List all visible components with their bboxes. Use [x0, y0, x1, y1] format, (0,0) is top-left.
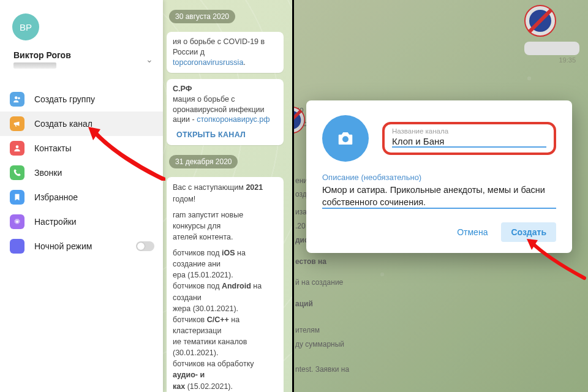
- group-icon: [10, 92, 24, 107]
- create-channel-dialog: Название канала Описание (необязательно)…: [306, 100, 572, 253]
- dialog-actions: Отмена Создать: [322, 222, 556, 242]
- menu-item-label: Создать группу: [34, 94, 95, 104]
- phone-icon: [10, 165, 24, 180]
- moon-icon: [10, 239, 24, 254]
- account-phone-blurred: [13, 62, 56, 69]
- chat-column-left: 30 августа 2020 ия о борьбе с COVID-19 в…: [163, 0, 287, 392]
- link-stopcorona-rf[interactable]: стопкоронавирус.рф: [197, 115, 270, 124]
- bookmark-icon: [10, 190, 24, 205]
- menu-list: Создать группу Создать канал Контакты: [0, 87, 163, 258]
- camera-icon: [336, 129, 355, 148]
- menu-item-label: Ночной режим: [34, 241, 92, 251]
- channel-photo-button[interactable]: [322, 115, 369, 162]
- channel-description-input[interactable]: [322, 182, 556, 209]
- person-icon: [10, 141, 24, 156]
- menu-item-label: Избранное: [34, 192, 78, 202]
- svg-point-4: [342, 136, 349, 142]
- menu-settings[interactable]: Настройки: [0, 209, 163, 234]
- gear-icon: [10, 214, 24, 229]
- menu-item-label: Создать канал: [34, 119, 92, 129]
- channel-name-label: Название канала: [392, 128, 546, 135]
- date-separator: 30 августа 2020: [169, 10, 235, 23]
- account-name: Виктор Рогов: [13, 50, 71, 60]
- open-channel-button[interactable]: ОТКРЫТЬ КАНАЛ: [173, 125, 277, 140]
- screenshot-pair: 30 августа 2020 ия о борьбе с COVID-19 в…: [0, 0, 588, 392]
- svg-point-0: [15, 96, 18, 99]
- menu-favorites[interactable]: Избранное: [0, 185, 163, 209]
- avatar[interactable]: ВР: [12, 13, 39, 40]
- message-bubble: С.РФ мация о борьбе с оронавирусной инфе…: [167, 79, 284, 145]
- cancel-button[interactable]: Отмена: [447, 222, 497, 242]
- message-bubble: Вас с наступающим 2021 годом! ram запуст…: [167, 177, 284, 392]
- channel-name-input[interactable]: [392, 135, 546, 148]
- chevron-down-icon: ⌄: [146, 55, 153, 64]
- date-separator: 31 декабря 2020: [169, 155, 238, 168]
- menu-calls[interactable]: Звонки: [0, 160, 163, 185]
- svg-point-2: [16, 145, 19, 148]
- channel-description-label: Описание (необязательно): [322, 173, 556, 182]
- svg-point-1: [18, 97, 20, 100]
- menu-night-mode[interactable]: Ночной режим: [0, 234, 163, 258]
- main-menu-sidebar: ВР Виктор Рогов ⌄ Создать группу: [0, 0, 163, 392]
- create-button[interactable]: Создать: [501, 222, 556, 242]
- menu-item-label: Звонки: [34, 168, 62, 178]
- menu-create-channel[interactable]: Создать канал: [0, 111, 163, 136]
- menu-item-label: Настройки: [34, 217, 77, 227]
- message-bubble: ия о борьбе с COVID-19 в России д topcor…: [167, 32, 284, 73]
- night-mode-toggle[interactable]: [136, 241, 154, 251]
- right-screenshot: 19:35 до срс ение озд иза .20 дис естов …: [294, 0, 588, 392]
- menu-item-label: Контакты: [34, 143, 71, 153]
- megaphone-icon: [10, 116, 24, 131]
- left-screenshot: 30 августа 2020 ия о борьбе с COVID-19 в…: [0, 0, 294, 392]
- channel-name-field-highlight: Название канала: [382, 122, 556, 156]
- account-switcher[interactable]: Виктор Рогов ⌄: [0, 48, 163, 75]
- link-stopcorona[interactable]: topcoronavirusrussia: [173, 58, 243, 67]
- menu-contacts[interactable]: Контакты: [0, 136, 163, 160]
- menu-create-group[interactable]: Создать группу: [0, 87, 163, 111]
